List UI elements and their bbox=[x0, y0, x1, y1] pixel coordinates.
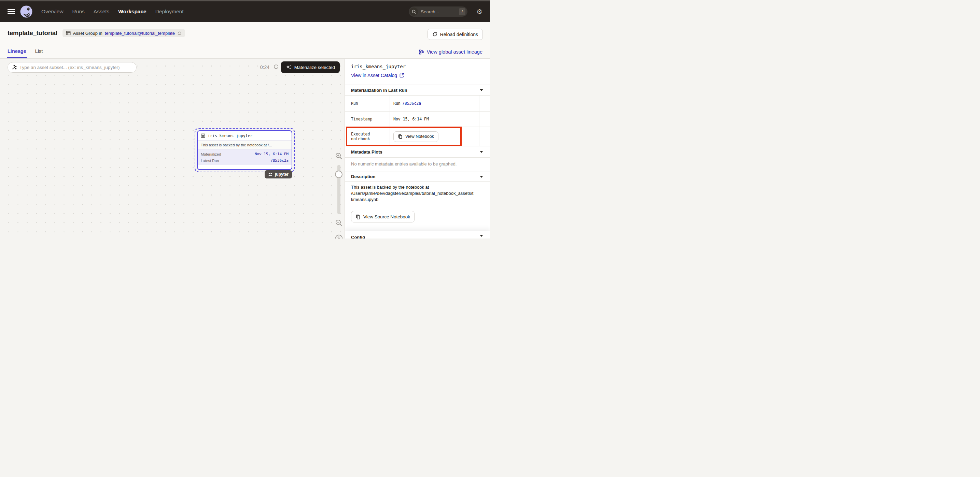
lineage-icon bbox=[419, 49, 424, 55]
section-materialization-in-last-run[interactable]: Materialization in Last Run bbox=[345, 85, 490, 95]
section-config[interactable]: Config bbox=[345, 231, 490, 239]
nav-item-assets[interactable]: Assets bbox=[94, 8, 110, 15]
node-stat-row: Materialized Nov 15, 6:14 PM bbox=[201, 152, 288, 156]
caret-down-icon bbox=[480, 235, 483, 237]
nav-item-deployment[interactable]: Deployment bbox=[155, 8, 184, 15]
metadata-key: Timestamp bbox=[345, 112, 390, 127]
caret-down-icon bbox=[480, 89, 483, 91]
download-icon[interactable] bbox=[335, 235, 343, 239]
refresh-icon[interactable] bbox=[273, 64, 279, 70]
metadata-row-timestamp: Timestamp Nov 15, 6:14 PM bbox=[345, 112, 490, 127]
refresh-countdown: 0:24 bbox=[260, 65, 269, 70]
section-description[interactable]: Description bbox=[345, 172, 490, 182]
metadata-plots-empty-message: No numeric metadata entries available to… bbox=[351, 162, 457, 166]
jupyter-icon bbox=[268, 172, 273, 177]
view-in-asset-catalog-label: View in Asset Catalog bbox=[351, 73, 397, 78]
stat-value[interactable]: 78536c2a bbox=[270, 158, 288, 163]
top-nav: Overview Runs Assets Workspace Deploymen… bbox=[0, 0, 490, 22]
section-metadata-plots[interactable]: Metadata Plots bbox=[345, 146, 490, 158]
asset-subset-input[interactable] bbox=[19, 65, 132, 70]
zoom-out-icon[interactable] bbox=[335, 219, 343, 227]
view-notebook-button[interactable]: View Notebook bbox=[393, 132, 438, 142]
lineage-canvas[interactable]: 0:24 Materialize selected iris_kme bbox=[0, 59, 345, 239]
section-header-label: Metadata Plots bbox=[351, 149, 382, 155]
page-header: template_tutorial Asset Group in templat… bbox=[0, 22, 490, 59]
section-header-label: Config bbox=[351, 235, 365, 239]
zoom-in-icon[interactable] bbox=[335, 152, 343, 160]
search-icon bbox=[410, 8, 418, 16]
metadata-row-run: Run Run 78536c2a bbox=[345, 95, 490, 112]
stat-value: Nov 15, 6:14 PM bbox=[255, 152, 288, 156]
sidebar-asset-title: iris_kmeans_jupyter bbox=[351, 64, 406, 69]
view-source-notebook-button[interactable]: View Source Notebook bbox=[351, 211, 415, 222]
metadata-key: Run bbox=[345, 95, 390, 111]
main-content: 0:24 Materialize selected iris_kme bbox=[0, 59, 490, 239]
view-source-notebook-label: View Source Notebook bbox=[363, 214, 410, 219]
view-tabs: Lineage List bbox=[8, 48, 43, 59]
asset-group-badge-link[interactable]: template_tutorial@tutorial_template bbox=[105, 31, 175, 36]
external-link-icon bbox=[399, 73, 404, 78]
dagster-logo bbox=[20, 5, 32, 18]
metadata-value: Nov 15, 6:14 PM bbox=[390, 112, 479, 127]
tab-list[interactable]: List bbox=[35, 48, 43, 59]
run-id-link[interactable]: 78536c2a bbox=[402, 101, 421, 106]
description-line: This asset is backed by the notebook at bbox=[351, 184, 488, 190]
caret-down-icon bbox=[480, 176, 483, 178]
nav-item-overview[interactable]: Overview bbox=[41, 8, 64, 15]
refresh-icon[interactable] bbox=[177, 31, 182, 35]
global-search[interactable]: / bbox=[409, 6, 468, 17]
view-in-asset-catalog-link[interactable]: View in Asset Catalog bbox=[351, 73, 404, 78]
materialize-selected-button[interactable]: Materialize selected bbox=[281, 62, 340, 73]
description-text: This asset is backed by the notebook at … bbox=[351, 184, 488, 203]
view-global-asset-lineage-label: View global asset lineage bbox=[427, 49, 482, 55]
nav-item-workspace[interactable]: Workspace bbox=[118, 8, 146, 15]
nav-item-runs[interactable]: Runs bbox=[72, 8, 85, 15]
asset-group-icon bbox=[66, 31, 71, 35]
jupyter-tag-label: jupyter bbox=[275, 172, 288, 177]
description-line: kmeans.ipynb bbox=[351, 197, 488, 203]
node-stat-row: Latest Run 78536c2a bbox=[201, 158, 288, 163]
reload-definitions-button[interactable]: Reload definitions bbox=[428, 29, 483, 40]
metadata-key: Executed notebook bbox=[345, 127, 390, 146]
asset-group-badge: Asset Group in template_tutorial@tutoria… bbox=[62, 29, 185, 37]
nav-menu: Overview Runs Assets Workspace Deploymen… bbox=[41, 8, 183, 15]
view-notebook-label: View Notebook bbox=[405, 134, 434, 139]
node-title: iris_kmeans_jupyter bbox=[208, 133, 253, 138]
page-title: template_tutorial bbox=[8, 29, 57, 37]
sparkle-icon bbox=[286, 65, 291, 70]
notebook-copy-icon bbox=[398, 134, 402, 139]
description-line: /Users/jamie/dev/dagster/examples/tutori… bbox=[351, 190, 488, 197]
view-global-asset-lineage-link[interactable]: View global asset lineage bbox=[419, 49, 482, 55]
node-stats: Materialized Nov 15, 6:14 PM Latest Run … bbox=[198, 149, 292, 165]
metadata-row-executed-notebook: Executed notebook View Notebook bbox=[345, 127, 490, 146]
notebook-copy-icon bbox=[355, 214, 361, 219]
zoom-slider-thumb[interactable] bbox=[335, 171, 342, 178]
materialize-selected-label: Materialize selected bbox=[294, 65, 335, 70]
metadata-value-prefix: Run bbox=[393, 101, 401, 106]
asset-detail-sidebar: iris_kmeans_jupyter View in Asset Catalo… bbox=[345, 59, 490, 239]
table-icon bbox=[201, 133, 205, 138]
stat-label: Materialized bbox=[201, 152, 221, 156]
gear-icon[interactable]: ⚙ bbox=[476, 8, 482, 15]
search-input[interactable] bbox=[421, 9, 459, 14]
asset-group-badge-text: Asset Group in bbox=[73, 31, 102, 36]
section-header-label: Materialization in Last Run bbox=[351, 88, 407, 93]
dagster-app: Overview Runs Assets Workspace Deploymen… bbox=[0, 0, 490, 239]
node-description: This asset is backed by the notebook at … bbox=[198, 140, 292, 149]
search-shortcut-key: / bbox=[459, 8, 465, 15]
asset-subset-icon bbox=[12, 65, 17, 70]
stat-label: Latest Run bbox=[201, 158, 219, 163]
section-header-label: Description bbox=[351, 174, 375, 179]
caret-down-icon bbox=[480, 151, 483, 153]
asset-subset-search[interactable] bbox=[8, 62, 137, 73]
refresh-icon bbox=[432, 32, 438, 37]
tab-lineage[interactable]: Lineage bbox=[8, 48, 26, 59]
asset-node-iris-kmeans-jupyter[interactable]: iris_kmeans_jupyter This asset is backed… bbox=[197, 130, 292, 170]
reload-definitions-label: Reload definitions bbox=[440, 32, 478, 37]
jupyter-tag[interactable]: jupyter bbox=[265, 170, 292, 179]
hamburger-menu-icon[interactable] bbox=[8, 9, 15, 14]
